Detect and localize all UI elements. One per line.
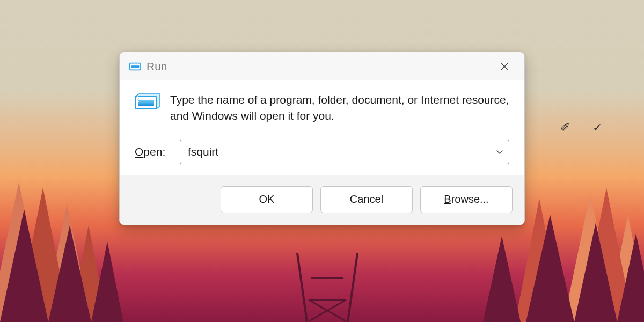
open-combobox[interactable] <box>180 140 509 164</box>
wallpaper-birds: ✐︎ ✓︎ <box>560 121 612 135</box>
titlebar[interactable]: Run <box>120 52 524 80</box>
cancel-button[interactable]: Cancel <box>320 186 413 213</box>
svg-rect-3 <box>138 100 154 106</box>
ok-button[interactable]: OK <box>221 186 313 213</box>
close-button[interactable] <box>494 58 515 75</box>
window-title: Run <box>147 60 494 73</box>
run-dialog: Run Type th <box>119 52 525 225</box>
run-icon <box>129 62 141 71</box>
browse-button[interactable]: Browse... <box>420 186 513 213</box>
run-large-icon <box>135 93 160 114</box>
button-bar: OK Cancel Browse... <box>120 175 524 225</box>
open-input[interactable] <box>180 140 509 164</box>
dialog-body: Type the name of a program, folder, docu… <box>120 80 524 175</box>
open-label: Open: <box>135 145 170 158</box>
wallpaper-tower <box>301 241 354 322</box>
svg-rect-1 <box>131 65 140 68</box>
dialog-description: Type the name of a program, folder, docu… <box>170 92 509 125</box>
